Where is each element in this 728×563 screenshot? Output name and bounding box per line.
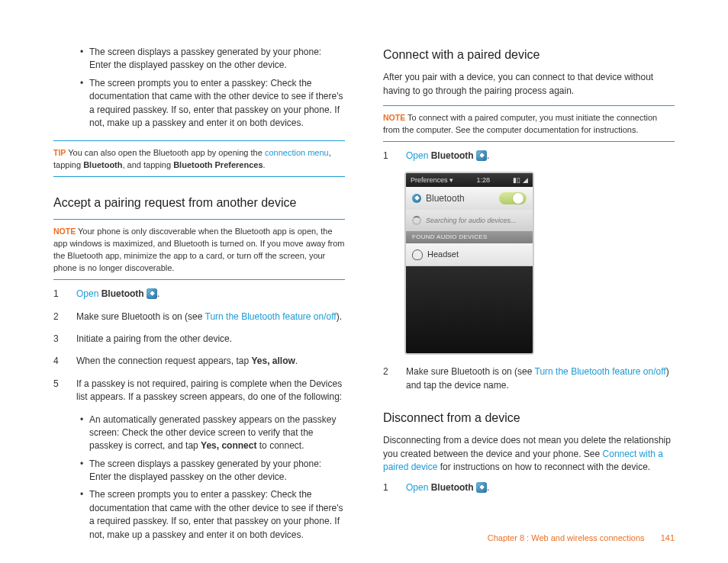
phone-status-bar: Preferences ▾ 1:28 ▮▯ ◢	[406, 173, 533, 187]
bluetooth-icon	[147, 288, 157, 299]
step-body: Make sure Bluetooth is on (see Turn the …	[76, 310, 345, 323]
list-item: The screen prompts you to enter a passke…	[80, 488, 345, 542]
open-link[interactable]: Open	[406, 482, 428, 493]
note-text: To connect with a paired computer, you m…	[383, 113, 657, 134]
step-body: Initiate a pairing from the other device…	[76, 333, 345, 346]
passkey-bullet-list: An automatically generated passkey appea…	[80, 413, 345, 542]
tip-callout: TIP You can also open the Bluetooth app …	[53, 147, 345, 172]
step-number: 1	[383, 481, 389, 494]
connect-heading: Connect with a paired device	[383, 46, 675, 63]
divider	[383, 141, 675, 142]
note-label: NOTE	[383, 113, 405, 122]
step-body: When the connection request appears, tap…	[76, 355, 345, 368]
step-row: 1 Open Bluetooth .	[383, 150, 675, 162]
disconnect-paragraph: Disconnecting from a device does not mea…	[383, 434, 675, 474]
step-row: 5 If a passkey is not required, pairing …	[53, 378, 345, 404]
list-item: The screen displays a passkey generated …	[80, 458, 345, 484]
step-row: 3 Initiate a pairing from the other devi…	[53, 333, 345, 346]
bluetooth-icon	[476, 150, 487, 161]
bluetooth-icon	[476, 482, 487, 493]
connect-paragraph: After you pair with a device, you can co…	[383, 71, 675, 98]
intro-bullet-list: The screen displays a passkey generated …	[80, 46, 345, 130]
divider	[53, 140, 345, 141]
step-number: 5	[53, 378, 60, 404]
step-row: 4 When the connection request appears, t…	[53, 355, 345, 368]
note-text: Your phone is only discoverable when the…	[53, 227, 345, 272]
step-row: 1 Open Bluetooth .	[53, 288, 345, 301]
phone-dark-area	[406, 266, 533, 355]
divider	[383, 105, 675, 106]
steps-list: 1 Open Bluetooth .	[383, 150, 675, 162]
step-row: 1 Open Bluetooth .	[383, 481, 675, 494]
phone-section-header: FOUND AUDIO DEVICES	[406, 231, 533, 243]
phone-status-time: 1:28	[477, 175, 491, 185]
signal-icon: ▮▯ ◢	[513, 175, 528, 185]
step-number: 2	[53, 310, 60, 323]
step-row: 2 Make sure Bluetooth is on (see Turn th…	[383, 365, 675, 392]
phone-status-left: Preferences ▾	[411, 175, 453, 185]
bluetooth-toggle[interactable]: ON	[499, 192, 527, 204]
step-number: 1	[383, 150, 389, 162]
divider	[53, 176, 345, 177]
phone-search-row: Searching for audio devices...	[406, 210, 533, 231]
footer-page-number: 141	[661, 533, 675, 542]
step-body: Open Bluetooth .	[76, 288, 345, 301]
step-body: Open Bluetooth .	[406, 150, 675, 162]
list-item: An automatically generated passkey appea…	[80, 413, 345, 453]
divider	[53, 219, 345, 220]
spinner-icon	[412, 216, 421, 225]
footer-chapter: Chapter 8 : Web and wireless connections	[488, 533, 645, 542]
step-body: Make sure Bluetooth is on (see Turn the …	[406, 365, 675, 392]
connection-menu-link[interactable]: connection menu	[265, 148, 329, 157]
step-row: 2 Make sure Bluetooth is on (see Turn th…	[53, 310, 345, 323]
step-body: Open Bluetooth .	[406, 481, 675, 494]
list-item: The screen displays a passkey generated …	[80, 46, 345, 72]
phone-searching-text: Searching for audio devices...	[426, 216, 517, 226]
step-number: 2	[383, 365, 389, 392]
note-callout: NOTE To connect with a paired computer, …	[383, 112, 675, 137]
open-link[interactable]: Open	[406, 150, 428, 161]
divider	[53, 279, 345, 280]
step-body: If a passkey is not required, pairing is…	[76, 378, 345, 404]
left-column: The screen displays a passkey generated …	[53, 46, 345, 552]
bt-onoff-link[interactable]: Turn the Bluetooth feature on/off	[205, 311, 337, 322]
open-link[interactable]: Open	[76, 288, 98, 299]
right-column: Connect with a paired device After you p…	[383, 46, 675, 552]
step-number: 4	[53, 355, 60, 368]
list-item: The screen prompts you to enter a passke…	[80, 77, 345, 130]
accept-pairing-heading: Accept a pairing request from another de…	[53, 194, 345, 211]
phone-device-row[interactable]: Headset	[406, 243, 533, 266]
phone-app-title: Bluetooth	[426, 192, 465, 205]
note-callout: NOTE Your phone is only discoverable whe…	[53, 226, 345, 275]
steps-list: 1 Open Bluetooth . 2 Make sure Bluetooth…	[53, 288, 345, 404]
phone-screenshot: Preferences ▾ 1:28 ▮▯ ◢ Bluetooth ON Sea…	[404, 172, 534, 355]
headset-icon	[412, 249, 423, 260]
phone-device-name: Headset	[427, 249, 459, 261]
page-footer: Chapter 8 : Web and wireless connections…	[488, 532, 675, 545]
tip-text: You can also open the Bluetooth app by o…	[66, 148, 265, 157]
note-label: NOTE	[53, 227, 76, 236]
disconnect-heading: Disconnect from a device	[383, 409, 675, 426]
step-number: 1	[53, 288, 60, 301]
tip-label: TIP	[53, 148, 66, 157]
bluetooth-icon	[412, 194, 421, 203]
phone-title-bar: Bluetooth ON	[406, 187, 533, 210]
step-number: 3	[53, 333, 60, 346]
bt-onoff-link[interactable]: Turn the Bluetooth feature on/off	[535, 366, 666, 377]
